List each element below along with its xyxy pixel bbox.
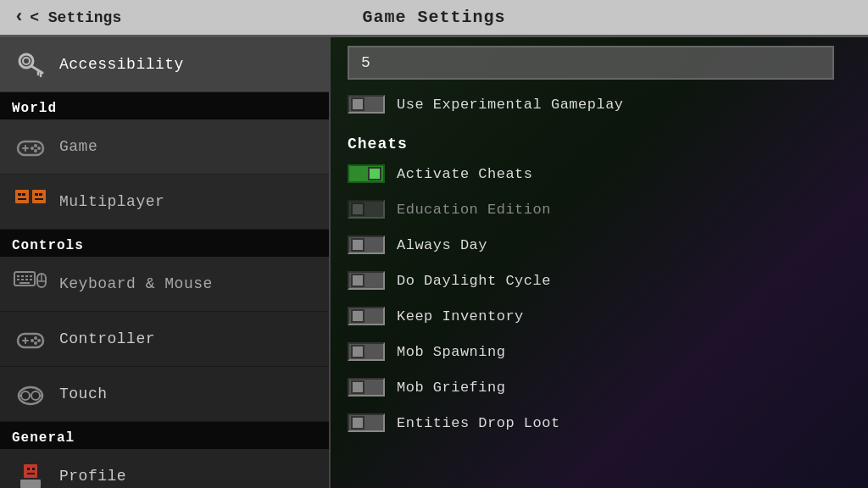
svg-rect-17 [35, 193, 38, 196]
svg-rect-27 [21, 279, 24, 280]
svg-rect-14 [22, 193, 25, 196]
controls-section-label: Controls [0, 230, 329, 257]
svg-rect-26 [17, 279, 19, 280]
sidebar-item-game[interactable]: Game [0, 119, 329, 175]
sidebar-item-multiplayer[interactable]: Multiplayer [0, 175, 329, 230]
mob-spawning-knob [351, 345, 364, 358]
sidebar-item-keyboard-mouse[interactable]: Keyboard & Mouse [0, 257, 329, 312]
accessibility-label: Accessibility [59, 56, 184, 73]
keep-inventory-label: Keep Inventory [397, 308, 524, 324]
multiplayer-icon [14, 185, 47, 219]
svg-point-43 [31, 391, 40, 400]
back-chevron-icon: ‹ [14, 7, 25, 28]
page-title: Game Settings [362, 8, 505, 27]
touch-label: Touch [59, 385, 108, 402]
experimental-gameplay-toggle[interactable] [348, 95, 385, 114]
svg-rect-23 [21, 275, 24, 277]
education-edition-label: Education Edition [397, 202, 551, 218]
svg-rect-30 [19, 282, 30, 284]
mob-griefing-label: Mob Griefing [397, 380, 505, 396]
svg-rect-22 [17, 275, 19, 277]
main-container: Accessibility World Game [0, 37, 868, 488]
mob-spawning-label: Mob Spawning [397, 344, 505, 360]
cheats-section-label: Cheats [348, 127, 851, 158]
title-bar: ‹ < Settings Game Settings [0, 0, 868, 37]
svg-rect-24 [25, 275, 28, 277]
game-label: Game [59, 138, 97, 155]
education-edition-row: Education Edition [348, 193, 851, 225]
mob-griefing-toggle[interactable] [348, 378, 385, 396]
always-day-knob [351, 238, 364, 252]
entities-drop-loot-label: Entities Drop Loot [397, 415, 560, 431]
svg-point-9 [37, 147, 41, 150]
sidebar-item-touch[interactable]: Touch [0, 367, 329, 422]
sidebar: Accessibility World Game [0, 37, 331, 488]
touch-icon [14, 377, 47, 411]
svg-point-11 [31, 147, 34, 150]
svg-point-8 [34, 144, 37, 147]
world-section-label: World [0, 92, 329, 119]
svg-rect-49 [27, 473, 35, 474]
profile-label: Profile [59, 468, 126, 485]
svg-rect-48 [32, 468, 35, 470]
svg-rect-19 [35, 198, 43, 200]
svg-rect-46 [24, 464, 37, 478]
general-section-label: General [0, 422, 329, 449]
svg-point-42 [21, 391, 30, 400]
keyboard-mouse-label: Keyboard & Mouse [59, 275, 213, 292]
multiplayer-label: Multiplayer [59, 193, 164, 210]
svg-point-10 [34, 149, 37, 152]
sidebar-item-controller[interactable]: Controller [0, 312, 329, 367]
svg-rect-12 [15, 190, 29, 203]
content-area: 5 Use Experimental Gameplay Cheats Activ… [331, 37, 868, 488]
education-edition-toggle[interactable] [348, 200, 385, 219]
mob-spawning-row: Mob Spawning [348, 336, 851, 368]
always-day-toggle[interactable] [348, 236, 385, 254]
back-label: < Settings [30, 9, 121, 26]
svg-point-38 [37, 339, 41, 342]
svg-rect-29 [30, 279, 32, 280]
daylight-cycle-label: Do Daylight Cycle [397, 273, 551, 289]
experimental-gameplay-row: Use Experimental Gameplay [348, 88, 851, 120]
key-icon [14, 47, 47, 81]
svg-rect-25 [30, 275, 32, 277]
keep-inventory-row: Keep Inventory [348, 300, 851, 332]
controller-icon [14, 322, 47, 356]
keep-inventory-toggle[interactable] [348, 307, 385, 325]
svg-rect-18 [39, 193, 42, 196]
keyboard-mouse-icon [14, 267, 47, 301]
daylight-cycle-toggle[interactable] [348, 271, 385, 290]
svg-rect-13 [18, 193, 21, 196]
svg-rect-50 [20, 480, 41, 488]
number-input[interactable]: 5 [348, 46, 834, 80]
always-day-row: Always Day [348, 229, 851, 261]
activate-cheats-toggle[interactable] [348, 164, 385, 183]
mob-spawning-toggle[interactable] [348, 342, 385, 361]
keep-inventory-knob [351, 309, 364, 323]
entities-drop-loot-toggle[interactable] [348, 413, 385, 432]
profile-icon [14, 459, 47, 488]
sidebar-item-accessibility[interactable]: Accessibility [0, 37, 329, 92]
toggle-knob [351, 97, 364, 111]
svg-point-39 [34, 341, 37, 345]
mob-griefing-knob [351, 380, 364, 394]
experimental-gameplay-label: Use Experimental Gameplay [397, 97, 624, 113]
activate-cheats-label: Activate Cheats [397, 166, 533, 182]
svg-rect-28 [25, 279, 28, 280]
svg-rect-16 [32, 190, 46, 203]
entities-drop-loot-row: Entities Drop Loot [348, 407, 851, 439]
svg-point-40 [31, 339, 34, 342]
svg-rect-47 [27, 468, 30, 470]
activate-cheats-row: Activate Cheats [348, 158, 851, 190]
always-day-label: Always Day [397, 237, 487, 253]
activate-cheats-knob [368, 167, 381, 180]
game-controller-icon [14, 130, 47, 164]
mob-griefing-row: Mob Griefing [348, 371, 851, 403]
sidebar-item-profile[interactable]: Profile [0, 449, 329, 488]
education-edition-knob [351, 202, 364, 216]
controller-label: Controller [59, 330, 155, 347]
entities-drop-loot-knob [351, 416, 364, 430]
daylight-cycle-row: Do Daylight Cycle [348, 264, 851, 297]
daylight-cycle-knob [351, 274, 364, 287]
back-button[interactable]: ‹ < Settings [0, 0, 135, 35]
